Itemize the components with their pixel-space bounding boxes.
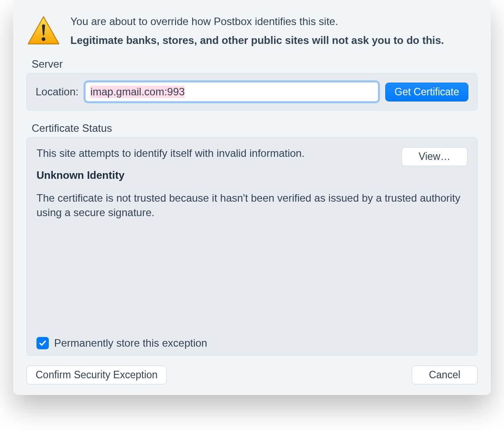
security-exception-dialog: You are about to override how Postbox id…	[13, 0, 491, 395]
permanent-store-label: Permanently store this exception	[54, 337, 207, 349]
header-line-1: You are about to override how Postbox id…	[70, 13, 444, 29]
certificate-status-group-box: View… This site attempts to identify its…	[26, 137, 478, 356]
permanent-store-checkbox[interactable]	[37, 337, 49, 349]
server-group-box: Location: Get Certificate	[26, 73, 478, 111]
header-text: You are about to override how Postbox id…	[70, 13, 444, 48]
certificate-status-group-label: Certificate Status	[32, 122, 478, 134]
check-icon	[39, 339, 47, 347]
view-certificate-button[interactable]: View…	[402, 147, 467, 166]
dialog-header: You are about to override how Postbox id…	[26, 13, 478, 48]
get-certificate-button[interactable]: Get Certificate	[385, 83, 468, 101]
warning-icon	[26, 13, 61, 48]
svg-point-0	[42, 37, 45, 41]
location-input[interactable]	[85, 82, 378, 101]
confirm-security-exception-button[interactable]: Confirm Security Exception	[26, 366, 167, 384]
cancel-button[interactable]: Cancel	[412, 366, 478, 384]
dialog-footer: Confirm Security Exception Cancel	[26, 366, 478, 384]
header-line-2: Legitimate banks, stores, and other publ…	[70, 32, 444, 48]
server-group-label: Server	[32, 58, 478, 70]
certificate-identity-title: Unknown Identity	[37, 169, 467, 181]
certificate-status-description: The certificate is not trusted because i…	[37, 191, 467, 220]
location-label: Location:	[36, 86, 78, 98]
permanent-store-row: Permanently store this exception	[37, 337, 207, 349]
